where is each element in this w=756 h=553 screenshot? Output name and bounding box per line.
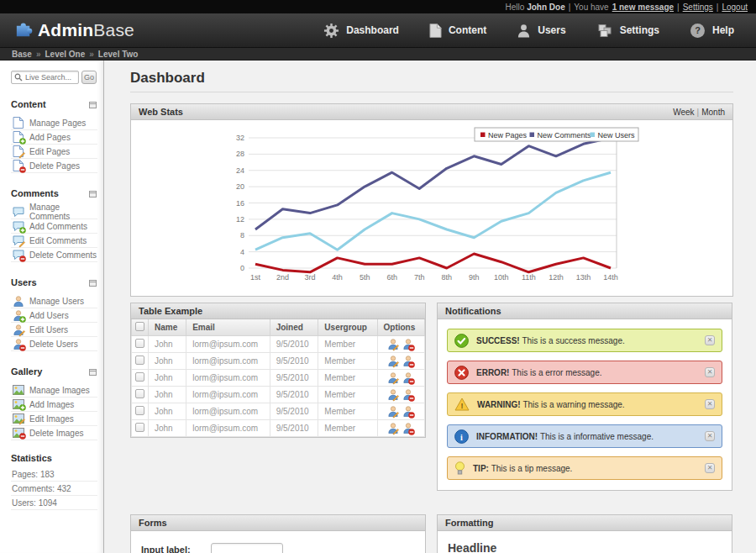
- nav-item-users[interactable]: Users: [517, 23, 565, 39]
- close-icon[interactable]: ✕: [705, 367, 715, 377]
- sidebar-item-manage-pages[interactable]: Manage Pages: [11, 116, 97, 130]
- nav-item-content[interactable]: Content: [429, 23, 486, 39]
- sidebar-item-manage-images[interactable]: Manage Images: [11, 383, 97, 398]
- logo[interactable]: AdminBase: [13, 18, 134, 43]
- sidebar-item-add-users[interactable]: Add Users: [11, 308, 97, 323]
- select-all-checkbox[interactable]: [135, 322, 144, 331]
- delete-user-icon[interactable]: [403, 406, 413, 417]
- sidebar-item-delete-images[interactable]: Delete Images: [11, 426, 97, 440]
- sidebar-item-edit-pages[interactable]: Edit Pages: [11, 145, 97, 159]
- webstats-chart: 0481216202428321st2nd3rd4th5th6th7th8th9…: [131, 120, 732, 296]
- sidebar-section-header: Statistics: [11, 453, 97, 463]
- collapse-icon[interactable]: [89, 186, 97, 201]
- cell-options: [377, 335, 425, 352]
- webstats-panel-header: Web Stats Week|Month: [131, 104, 732, 120]
- row-checkbox[interactable]: [135, 372, 144, 382]
- topbar: Hello John Doe | You have 1 new message …: [0, 0, 756, 13]
- notifications-title: Notifications: [445, 306, 501, 316]
- row-checkbox[interactable]: [135, 423, 144, 432]
- edit-user-icon[interactable]: [388, 389, 398, 400]
- collapse-icon[interactable]: [89, 364, 97, 379]
- nav-item-dashboard[interactable]: Dashboard: [323, 23, 399, 39]
- edit-user-icon[interactable]: [388, 339, 398, 350]
- sidebar-item-edit-users[interactable]: Edit Users: [11, 323, 97, 337]
- sidebar-item-manage-comments[interactable]: Manage Comments: [11, 205, 97, 219]
- range-link-week[interactable]: Week: [673, 108, 694, 117]
- delete-badge-icon: [408, 429, 415, 435]
- close-icon[interactable]: ✕: [705, 431, 715, 441]
- row-checkbox[interactable]: [135, 406, 144, 415]
- row-checkbox[interactable]: [135, 389, 144, 398]
- svg-text:12th: 12th: [549, 273, 564, 282]
- sidebar-item-delete-users[interactable]: Delete Users: [11, 337, 97, 351]
- gear-icon: [323, 23, 339, 39]
- breadcrumb-item[interactable]: Base: [12, 50, 32, 59]
- row-checkbox[interactable]: [135, 339, 144, 348]
- edit-user-icon[interactable]: [388, 406, 398, 417]
- row-checkbox[interactable]: [135, 356, 144, 365]
- sidebar-item-add-comments[interactable]: Add Comments: [11, 219, 97, 234]
- svg-text:!: !: [461, 402, 464, 410]
- edit-user-icon[interactable]: [388, 372, 398, 383]
- nav-item-help[interactable]: ?Help: [690, 23, 734, 39]
- edit-badge-icon: [392, 394, 400, 402]
- breadcrumb-separator: »: [36, 50, 41, 59]
- separator: |: [717, 3, 719, 12]
- delete-user-icon[interactable]: [403, 356, 413, 366]
- sidebar-item-label: Edit Users: [29, 325, 68, 334]
- stat-item: Users: 1094: [11, 496, 97, 510]
- sidebar-item-delete-comments[interactable]: Delete Comments: [11, 248, 97, 262]
- search-box[interactable]: [11, 71, 79, 84]
- sidebar-item-edit-images[interactable]: Edit Images: [11, 412, 97, 426]
- cell-usergroup: Member: [318, 369, 377, 386]
- formatting-title: Formatting: [445, 518, 493, 528]
- breadcrumb-item[interactable]: Level One: [45, 50, 85, 59]
- cell-usergroup: Member: [318, 335, 377, 352]
- table-row: Johnlorm@ipsum.com9/5/2010Member: [132, 369, 425, 386]
- sidebar-item-delete-pages[interactable]: Delete Pages: [11, 159, 97, 173]
- sidebar-item-add-pages[interactable]: Add Pages: [11, 130, 97, 145]
- close-icon[interactable]: ✕: [705, 335, 715, 345]
- svg-text:New Comments: New Comments: [538, 131, 592, 140]
- column-header-options: Options: [377, 319, 425, 335]
- edit-badge-icon: [392, 411, 400, 419]
- search-go-button[interactable]: Go: [81, 71, 97, 84]
- collapse-icon[interactable]: [89, 275, 97, 290]
- search-input[interactable]: [25, 73, 76, 82]
- sidebar-section-header: Users: [11, 275, 97, 290]
- sidebar-item-manage-users[interactable]: Manage Users: [11, 294, 97, 308]
- settings-link[interactable]: Settings: [683, 3, 713, 12]
- delete-user-icon[interactable]: [403, 423, 413, 434]
- edit-badge-icon: [18, 240, 26, 248]
- edit-badge-icon: [392, 344, 400, 351]
- logout-link[interactable]: Logout: [722, 3, 748, 12]
- user-icon: [12, 296, 24, 307]
- add-badge-icon: [19, 404, 26, 411]
- delete-user-icon[interactable]: [403, 372, 413, 383]
- sidebar-section-header: Gallery: [11, 364, 97, 379]
- sidebar-item-add-images[interactable]: Add Images: [11, 398, 97, 412]
- tip-notification: TIP: This is a tip message.✕: [447, 456, 722, 480]
- nav-item-settings[interactable]: Settings: [596, 23, 659, 39]
- collapse-icon[interactable]: [89, 97, 97, 112]
- form-text-input[interactable]: [211, 543, 283, 553]
- range-link-month[interactable]: Month: [701, 108, 725, 117]
- cell-name: John: [149, 419, 186, 436]
- edit-user-icon[interactable]: [388, 423, 398, 434]
- sidebar-item-edit-comments[interactable]: Edit Comments: [11, 234, 97, 248]
- add-badge-icon: [19, 138, 26, 145]
- forms-body: Input label:: [131, 531, 425, 553]
- close-icon[interactable]: ✕: [705, 399, 715, 409]
- cell-usergroup: Member: [318, 403, 377, 419]
- edit-user-icon[interactable]: [388, 356, 398, 366]
- cell-joined: 9/5/2010: [270, 403, 318, 419]
- cell-email: lorm@ipsum.com: [186, 335, 270, 352]
- new-message-link[interactable]: 1 new message: [612, 3, 674, 12]
- delete-user-icon[interactable]: [403, 339, 413, 350]
- svg-text:4th: 4th: [332, 273, 343, 282]
- breadcrumb-item[interactable]: Level Two: [98, 50, 139, 59]
- close-icon[interactable]: ✕: [705, 463, 715, 473]
- puzzle-icon: [13, 18, 34, 43]
- delete-user-icon[interactable]: [403, 389, 413, 400]
- notification-text: TIP: This is a tip message.: [473, 464, 705, 473]
